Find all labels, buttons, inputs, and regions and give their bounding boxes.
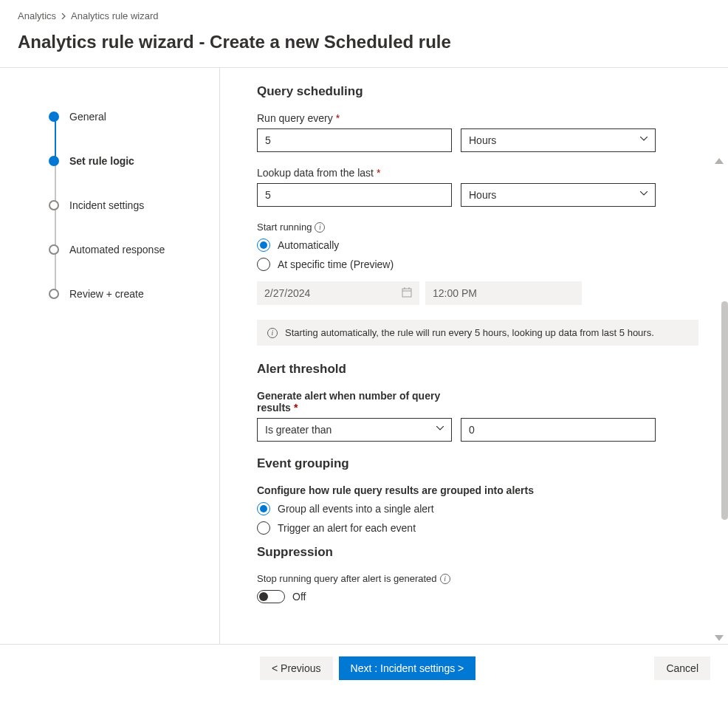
breadcrumb: Analytics Analytics rule wizard bbox=[18, 6, 710, 29]
run-every-unit-select[interactable]: Hours bbox=[461, 128, 656, 152]
chevron-down-icon bbox=[640, 191, 648, 199]
step-dot-icon bbox=[49, 200, 59, 210]
run-every-value-input[interactable]: 5 bbox=[257, 128, 452, 152]
step-label: Review + create bbox=[69, 288, 144, 300]
svg-rect-0 bbox=[402, 289, 411, 297]
schedule-info-text: Starting automatically, the rule will ru… bbox=[285, 327, 654, 338]
threshold-value-input[interactable]: 0 bbox=[461, 418, 656, 442]
step-label: Automated response bbox=[69, 244, 165, 255]
step-label: General bbox=[69, 111, 106, 123]
step-set-rule-logic[interactable]: Set rule logic bbox=[49, 139, 207, 183]
step-label: Incident settings bbox=[69, 199, 144, 211]
start-time-input: 12:00 PM bbox=[425, 281, 582, 305]
start-running-specific-time[interactable]: At specific time (Preview) bbox=[257, 258, 698, 271]
threshold-operator-select[interactable]: Is greater than bbox=[257, 418, 452, 442]
info-icon[interactable]: i bbox=[315, 222, 325, 233]
previous-button[interactable]: < Previous bbox=[260, 656, 333, 680]
step-review-create[interactable]: Review + create bbox=[49, 272, 207, 316]
radio-icon bbox=[257, 239, 270, 252]
step-dot-icon bbox=[49, 112, 59, 122]
section-title-grouping: Event grouping bbox=[257, 456, 698, 471]
step-dot-icon bbox=[49, 244, 59, 255]
lookup-unit-select[interactable]: Hours bbox=[461, 183, 656, 207]
wizard-steps: General Set rule logic Incident settings… bbox=[0, 68, 220, 644]
lookup-value-input[interactable]: 5 bbox=[257, 183, 452, 207]
step-dot-icon bbox=[49, 289, 59, 299]
radio-icon bbox=[257, 521, 270, 535]
grouping-desc: Configure how rule query results are gro… bbox=[257, 484, 698, 496]
wizard-footer: < Previous Next : Incident settings > Ca… bbox=[0, 645, 728, 698]
suppression-label: Stop running query after alert is genera… bbox=[257, 573, 698, 584]
start-running-automatically[interactable]: Automatically bbox=[257, 239, 698, 252]
grouping-each-event[interactable]: Trigger an alert for each event bbox=[257, 521, 698, 535]
start-running-label: Start running i bbox=[257, 222, 698, 233]
grouping-options: Group all events into a single alert Tri… bbox=[257, 502, 698, 535]
section-title-scheduling: Query scheduling bbox=[257, 84, 698, 99]
lookup-label: Lookup data from the last* bbox=[257, 167, 698, 179]
radio-icon bbox=[257, 258, 270, 271]
info-icon[interactable]: i bbox=[440, 574, 450, 584]
threshold-label: Generate alert when number of query resu… bbox=[257, 390, 449, 414]
chevron-down-icon bbox=[436, 426, 444, 433]
page-title: Analytics rule wizard - Create a new Sch… bbox=[18, 32, 710, 52]
radio-label: Group all events into a single alert bbox=[278, 503, 434, 515]
step-automated-response[interactable]: Automated response bbox=[49, 227, 207, 272]
suppression-state: Off bbox=[292, 591, 306, 603]
chevron-right-icon bbox=[61, 11, 66, 21]
info-icon: i bbox=[267, 328, 278, 338]
chevron-down-icon bbox=[640, 137, 648, 144]
radio-label: Automatically bbox=[278, 239, 339, 251]
radio-label: Trigger an alert for each event bbox=[278, 522, 416, 534]
calendar-icon bbox=[402, 287, 412, 300]
run-every-label: Run query every* bbox=[257, 112, 698, 124]
section-title-suppression: Suppression bbox=[257, 545, 698, 560]
start-date-input: 2/27/2024 bbox=[257, 281, 419, 305]
radio-icon bbox=[257, 502, 270, 515]
step-general[interactable]: General bbox=[49, 95, 207, 139]
suppression-toggle[interactable] bbox=[257, 590, 285, 603]
step-incident-settings[interactable]: Incident settings bbox=[49, 183, 207, 227]
step-label: Set rule logic bbox=[69, 155, 134, 167]
form-panel: Query scheduling Run query every* 5 Hour… bbox=[220, 68, 728, 644]
next-button[interactable]: Next : Incident settings > bbox=[339, 656, 476, 680]
cancel-button[interactable]: Cancel bbox=[654, 656, 710, 680]
schedule-info-banner: i Starting automatically, the rule will … bbox=[257, 320, 698, 346]
start-running-options: Automatically At specific time (Preview) bbox=[257, 239, 698, 271]
step-dot-icon bbox=[49, 156, 59, 166]
radio-label: At specific time (Preview) bbox=[278, 258, 394, 270]
grouping-single-alert[interactable]: Group all events into a single alert bbox=[257, 502, 698, 515]
breadcrumb-current: Analytics rule wizard bbox=[71, 10, 159, 21]
breadcrumb-parent[interactable]: Analytics bbox=[18, 10, 56, 21]
section-title-threshold: Alert threshold bbox=[257, 362, 698, 377]
